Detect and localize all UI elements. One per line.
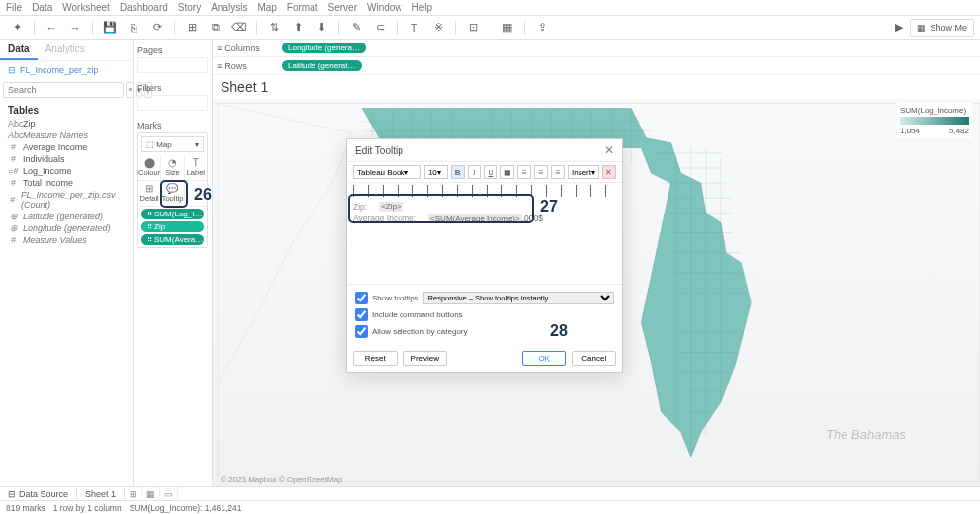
- back-button[interactable]: ←: [41, 19, 62, 37]
- font-family-select[interactable]: Tableau Book ▾: [353, 165, 421, 179]
- field-item[interactable]: AbcZip: [4, 118, 129, 129]
- field-item[interactable]: ⊕Longitude (generated): [4, 222, 129, 234]
- new-story-tab[interactable]: ▭: [160, 487, 178, 501]
- menu-dashboard[interactable]: Dashboard: [120, 2, 168, 13]
- field-item[interactable]: #FL_Income_per_zip.csv (Count): [4, 189, 129, 211]
- new-worksheet-tab[interactable]: ⊞: [125, 487, 142, 501]
- sort-asc-button[interactable]: ⬆: [287, 19, 309, 37]
- reset-button[interactable]: Reset: [353, 351, 398, 366]
- field-item[interactable]: #Individuals: [4, 153, 129, 165]
- edit-tooltip-dialog: Edit Tooltip ✕ Tableau Book ▾ 10 ▾ B I U…: [346, 138, 623, 373]
- tableau-icon[interactable]: ✦: [6, 19, 28, 37]
- fit-button[interactable]: ⊡: [462, 19, 484, 37]
- menu-format[interactable]: Format: [287, 2, 318, 13]
- allow-selection-checkbox[interactable]: [355, 325, 368, 338]
- detail-shelf[interactable]: ⊞Detail: [138, 181, 161, 207]
- highlight-button[interactable]: ✎: [345, 19, 367, 37]
- sort-desc-button[interactable]: ⬇: [311, 19, 332, 37]
- show-me-button[interactable]: ▦Show Me: [910, 19, 974, 37]
- include-commands-checkbox[interactable]: [355, 308, 368, 321]
- annotation-26: 26: [194, 186, 212, 204]
- field-item[interactable]: #Average Income: [4, 141, 129, 153]
- data-source-tab[interactable]: ⊟Data Source: [0, 489, 77, 499]
- sheet-title[interactable]: Sheet 1: [213, 75, 980, 99]
- field-item[interactable]: AbcMeasure Names: [4, 129, 129, 141]
- show-cards-button[interactable]: ▦: [496, 19, 518, 37]
- menu-server[interactable]: Server: [328, 2, 357, 13]
- menu-window[interactable]: Window: [367, 2, 402, 13]
- swap-button[interactable]: ⇅: [263, 19, 285, 37]
- pages-header: Pages: [137, 43, 208, 57]
- filters-header: Filters: [137, 81, 208, 95]
- align-right-button[interactable]: ≡: [551, 165, 565, 179]
- clear-format-button[interactable]: ✕: [602, 165, 616, 179]
- size-shelf[interactable]: ◔Size: [161, 155, 184, 181]
- colour-shelf[interactable]: ⬤Colour: [138, 155, 161, 181]
- new-worksheet-button[interactable]: ⊞: [181, 19, 203, 37]
- label-shelf[interactable]: TLabel: [185, 155, 207, 181]
- color-legend[interactable]: SUM(Log_Income) 1,0545,482: [897, 103, 972, 138]
- tooltip-mode-select[interactable]: Responsive – Show tooltips instantly: [423, 292, 614, 304]
- preview-button[interactable]: Preview: [403, 351, 448, 366]
- sheet1-tab[interactable]: Sheet 1: [77, 489, 125, 499]
- align-left-button[interactable]: ≡: [517, 165, 531, 179]
- forward-button[interactable]: →: [64, 19, 86, 37]
- columns-pill[interactable]: Longitude (genera…: [282, 43, 366, 53]
- menu-worksheet[interactable]: Worksheet: [62, 2, 110, 13]
- ok-button[interactable]: OK: [522, 351, 567, 366]
- menu-help[interactable]: Help: [412, 2, 433, 13]
- menu-analysis[interactable]: Analysis: [211, 2, 247, 13]
- group-button[interactable]: ⊂: [369, 19, 391, 37]
- field-item[interactable]: =#Log_Income: [4, 165, 129, 177]
- format-button[interactable]: ※: [427, 19, 449, 37]
- field-item[interactable]: #Total Income: [4, 177, 129, 189]
- underline-button[interactable]: U: [484, 165, 497, 179]
- show-tooltips-checkbox[interactable]: [355, 292, 368, 304]
- save-button[interactable]: 💾: [99, 19, 121, 37]
- dialog-title: Edit Tooltip: [355, 145, 403, 156]
- pill-sum-average[interactable]: ⠿SUM(Avera…: [141, 234, 204, 245]
- search-input[interactable]: [3, 82, 124, 98]
- share-button[interactable]: ⇪: [531, 19, 553, 37]
- cancel-button[interactable]: Cancel: [572, 351, 616, 366]
- toolbar: ✦ ← → 💾 ⎘ ⟳ ⊞ ⧉ ⌫ ⇅ ⬆ ⬇ ✎ ⊂ T ※ ⊡ ▦ ⇪ ▶ …: [0, 16, 980, 40]
- pill-zip[interactable]: ⠿Zip: [141, 221, 204, 232]
- italic-button[interactable]: I: [468, 165, 482, 179]
- status-layout: 1 row by 1 column: [53, 503, 122, 513]
- rows-pill[interactable]: Latitude (generat…: [282, 60, 362, 71]
- map-label-bahamas: The Bahamas: [826, 427, 906, 442]
- status-bar: 819 marks 1 row by 1 column SUM(Log_Inco…: [0, 500, 980, 514]
- close-icon[interactable]: ✕: [604, 143, 614, 157]
- connection[interactable]: ⊟FL_Income_per_zip: [0, 61, 133, 79]
- map-credit: © 2023 Mapbox © OpenStreetMap: [221, 475, 342, 484]
- tab-data[interactable]: Data: [0, 40, 38, 60]
- clear-button[interactable]: ⌫: [228, 19, 250, 37]
- annotation-28: 28: [550, 322, 568, 340]
- refresh-button[interactable]: ⟳: [146, 19, 168, 37]
- bold-button[interactable]: B: [451, 165, 465, 179]
- field-item[interactable]: ⊕Latitude (generated): [4, 211, 129, 222]
- status-marks: 819 marks: [6, 503, 45, 513]
- pill-sum-log-income[interactable]: ⠿SUM(Log_I…: [141, 209, 204, 219]
- insert-dropdown[interactable]: Insert ▾: [568, 165, 599, 179]
- menu-data[interactable]: Data: [32, 2, 52, 13]
- new-data-button[interactable]: ⎘: [123, 19, 144, 37]
- menu-map[interactable]: Map: [257, 2, 276, 13]
- database-icon: ⊟: [8, 65, 16, 75]
- new-dashboard-tab[interactable]: ▦: [142, 487, 160, 501]
- fields-list: AbcZipAbcMeasure Names#Average Income#In…: [0, 118, 133, 246]
- menu-story[interactable]: Story: [178, 2, 201, 13]
- align-center-button[interactable]: ≡: [534, 165, 548, 179]
- tab-analytics[interactable]: Analytics: [38, 40, 93, 60]
- tables-header: Tables: [0, 101, 133, 118]
- annotation-27: 27: [540, 198, 558, 215]
- color-button[interactable]: ◼: [500, 165, 514, 179]
- annotation-box-27: [348, 194, 534, 223]
- presentation-button[interactable]: ▶: [890, 19, 908, 37]
- labels-button[interactable]: T: [403, 19, 425, 37]
- mark-type-selector[interactable]: ⬚ Map▾: [141, 136, 204, 152]
- field-item[interactable]: #Measure Values: [4, 234, 129, 246]
- menu-file[interactable]: File: [6, 2, 22, 13]
- font-size-select[interactable]: 10 ▾: [424, 165, 448, 179]
- duplicate-button[interactable]: ⧉: [205, 19, 226, 37]
